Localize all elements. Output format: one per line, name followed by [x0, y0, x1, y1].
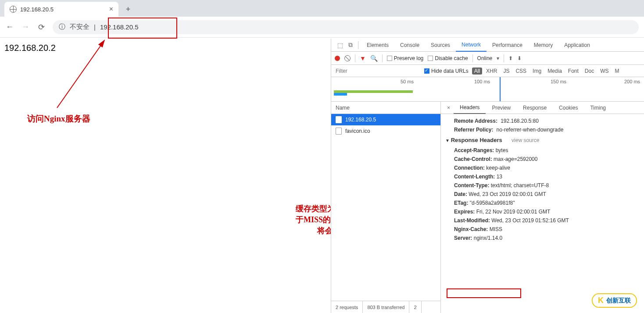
response-headers-section[interactable]: Response Headers [445, 137, 502, 143]
response-header-line: Cache-Control: max-age=2592000 [445, 155, 640, 164]
detail-tab-preview[interactable]: Preview [486, 102, 517, 114]
watermark: K 创新互联 [592, 293, 637, 308]
omnibox[interactable]: ⓘ 不安全 | 192.168.20.5 [53, 20, 639, 34]
annotation-arrow-1 [53, 38, 110, 112]
timeline-mark: 150 ms [551, 79, 566, 84]
detail-tabs: × HeadersPreviewResponseCookiesTiming [441, 102, 644, 114]
devtools-panel: ⬚ ⧉ ElementsConsoleSourcesNetworkPerform… [331, 39, 644, 313]
devtools-tabs: ⬚ ⧉ ElementsConsoleSourcesNetworkPerform… [331, 39, 644, 52]
devtools-tab-performance[interactable]: Performance [487, 39, 528, 52]
filter-type-all[interactable]: All [472, 68, 482, 75]
request-name: 192.168.20.5 [345, 117, 376, 123]
network-timeline[interactable]: 50 ms100 ms150 ms200 ms [331, 77, 644, 102]
watermark-icon: K [598, 296, 604, 305]
view-source-link[interactable]: view source [512, 137, 539, 143]
network-toolbar: ▼ 🔍 Preserve log Disable cache Online ▾ … [331, 52, 644, 65]
filter-type-m[interactable]: M [613, 68, 622, 75]
transferred-size: 803 B transferred [363, 301, 409, 313]
filter-type-media[interactable]: Media [545, 68, 564, 75]
file-icon [336, 128, 342, 135]
annotation-nginx-text: 访问Nginx服务器 [27, 113, 90, 124]
request-count: 2 requests [331, 301, 363, 313]
devtools-tab-application[interactable]: Application [558, 39, 596, 52]
address-bar: ← → ⟳ ⓘ 不安全 | 192.168.20.5 [0, 17, 644, 38]
filter-type-font[interactable]: Font [566, 68, 581, 75]
timeline-mark: 50 ms [401, 79, 414, 84]
inspect-icon[interactable]: ⬚ [335, 42, 346, 49]
response-header-line: Accept-Ranges: bytes [445, 146, 640, 155]
detail-tab-response[interactable]: Response [517, 102, 553, 114]
back-button[interactable]: ← [5, 22, 14, 32]
response-header-line: Nginx-Cache: MISS [445, 225, 640, 234]
svg-line-0 [57, 40, 104, 108]
tab-strip: 192.168.20.5 × + [0, 0, 644, 17]
tab-title: 192.168.20.5 [20, 6, 106, 13]
record-icon[interactable] [335, 56, 340, 61]
close-detail-icon[interactable]: × [444, 105, 454, 111]
request-header-name[interactable]: Name [331, 102, 440, 114]
request-footer: 2 requests 803 B transferred 2 [331, 301, 440, 313]
new-tab-button[interactable]: + [122, 3, 134, 15]
timeline-mark: 200 ms [624, 79, 640, 84]
online-status[interactable]: Online [477, 55, 493, 61]
devtools-tab-network[interactable]: Network [456, 39, 487, 52]
response-header-line: Expires: Fri, 22 Nov 2019 02:00:01 GMT [445, 207, 640, 216]
device-icon[interactable]: ⧉ [346, 41, 355, 49]
filter-type-doc[interactable]: Doc [583, 68, 596, 75]
url-text: 192.168.20.5 [100, 23, 139, 31]
clear-icon[interactable] [344, 55, 351, 61]
devtools-tab-sources[interactable]: Sources [425, 39, 456, 52]
filter-type-xhr[interactable]: XHR [484, 68, 499, 75]
filter-type-ws[interactable]: WS [598, 68, 611, 75]
request-row[interactable]: 192.168.20.5 [331, 114, 440, 125]
filter-type-js[interactable]: JS [501, 68, 512, 75]
detail-pane: × HeadersPreviewResponseCookiesTiming Re… [441, 102, 644, 313]
response-header-line: Date: Wed, 23 Oct 2019 02:00:01 GMT [445, 190, 640, 199]
detail-body[interactable]: Remote Address: 192.168.20.5:80 Referrer… [441, 114, 644, 313]
reload-button[interactable]: ⟳ [37, 22, 46, 32]
filter-icon[interactable]: ▼ [360, 55, 366, 62]
devtools-tab-console[interactable]: Console [394, 39, 425, 52]
page-content: 192.168.20.2 [4, 43, 56, 53]
network-main: Name 192.168.20.5favicon.ico 2 requests … [331, 102, 644, 313]
file-icon [336, 116, 342, 123]
close-tab-icon[interactable]: × [109, 5, 113, 13]
forward-button[interactable]: → [21, 22, 30, 32]
response-header-line: Content-Type: text/html; charset=UTF-8 [445, 181, 640, 190]
detail-tab-cookies[interactable]: Cookies [553, 102, 584, 114]
chevron-down-icon[interactable]: ▾ [497, 55, 499, 61]
filter-input[interactable] [333, 67, 421, 75]
timeline-bar [334, 93, 347, 96]
request-row[interactable]: favicon.ico [331, 125, 440, 137]
network-filter-row: Hide data URLs AllXHRJSCSSImgMediaFontDo… [331, 65, 644, 77]
devtools-tab-elements[interactable]: Elements [361, 39, 394, 52]
response-header-line: Content-Length: 13 [445, 172, 640, 181]
search-icon[interactable]: 🔍 [370, 55, 378, 62]
detail-tab-timing[interactable]: Timing [584, 102, 612, 114]
browser-tab[interactable]: 192.168.20.5 × [4, 2, 118, 17]
response-header-line: ETag: "d-5958a2a9981f8" [445, 199, 640, 207]
filter-type-img[interactable]: Img [530, 68, 544, 75]
timeline-mark: 100 ms [474, 79, 490, 84]
download-icon[interactable]: ⬇ [517, 55, 522, 61]
footer-extra: 2 [409, 301, 421, 313]
upload-icon[interactable]: ⬆ [508, 55, 513, 61]
globe-icon [10, 6, 17, 13]
request-list: Name 192.168.20.5favicon.ico 2 requests … [331, 102, 441, 313]
disable-cache-checkbox[interactable]: Disable cache [428, 55, 468, 61]
devtools-tab-memory[interactable]: Memory [528, 39, 558, 52]
response-header-line: Last-Modified: Wed, 23 Oct 2019 01:52:16… [445, 216, 640, 225]
request-name: favicon.ico [345, 128, 370, 134]
response-header-line: Connection: keep-alive [445, 164, 640, 172]
detail-tab-headers[interactable]: Headers [454, 102, 486, 114]
response-header-line: Server: nginx/1.14.0 [445, 234, 640, 242]
hide-data-urls-checkbox[interactable]: Hide data URLs [424, 68, 469, 74]
preserve-log-checkbox[interactable]: Preserve log [387, 55, 423, 61]
timeline-cursor [500, 77, 501, 101]
filter-type-css[interactable]: CSS [513, 68, 529, 75]
security-label: 不安全 [70, 23, 89, 31]
info-icon: ⓘ [59, 23, 65, 31]
